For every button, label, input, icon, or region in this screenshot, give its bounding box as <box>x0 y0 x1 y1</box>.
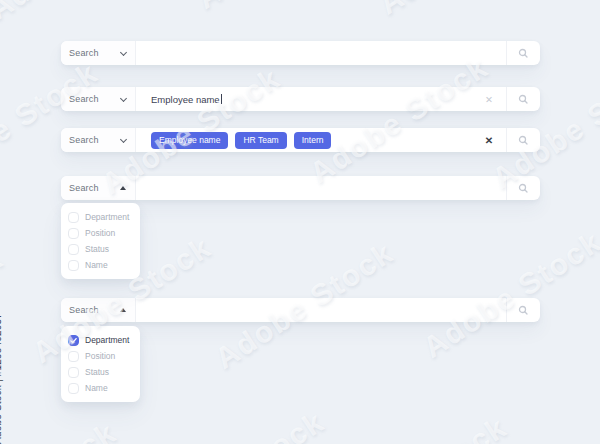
clear-all-button[interactable]: ✕ <box>472 128 506 152</box>
menu-item-position[interactable]: Position <box>68 348 130 364</box>
checkbox-unchecked-icon[interactable] <box>68 244 79 255</box>
search-category-dropdown[interactable]: Search <box>61 176 136 200</box>
watermark-text: Adobe Stock <box>304 50 495 190</box>
search-bar-typing: Search Employee name ✕ <box>61 87 540 111</box>
stock-credit-text: Adobe Stock | #1298402037 <box>0 313 3 444</box>
search-category-dropdown[interactable]: Search <box>61 298 136 322</box>
text-cursor <box>221 94 222 104</box>
menu-item-label: Status <box>85 367 109 377</box>
category-dropdown-menu: Department Position Status Name <box>61 326 140 402</box>
chevron-up-icon <box>120 308 126 312</box>
checkbox-unchecked-icon[interactable] <box>68 367 79 378</box>
checkbox-unchecked-icon[interactable] <box>68 383 79 394</box>
menu-item-label: Status <box>85 244 109 254</box>
search-icon <box>518 48 529 59</box>
search-input-value: Employee name <box>151 94 220 105</box>
menu-item-name[interactable]: Name <box>68 257 130 273</box>
watermark-text: Adobe Stock <box>486 55 600 195</box>
chevron-down-icon <box>120 94 127 101</box>
checkbox-unchecked-icon[interactable] <box>68 260 79 271</box>
filter-tag-intern[interactable]: Intern <box>294 132 332 149</box>
search-submit-button[interactable] <box>506 176 540 200</box>
watermark-text: Adobe Stock <box>190 0 381 16</box>
watermark-text: Adobe Stock <box>417 224 600 364</box>
search-input[interactable]: Employee name HR Team Intern <box>136 128 472 152</box>
checkbox-unchecked-icon[interactable] <box>68 228 79 239</box>
menu-item-label: Name <box>85 383 108 393</box>
search-category-label: Search <box>69 48 99 58</box>
checkbox-unchecked-icon[interactable] <box>68 351 79 362</box>
watermark-text: Adobe Stock <box>0 415 123 444</box>
chevron-up-icon <box>120 186 126 190</box>
checkbox-unchecked-icon[interactable] <box>68 212 79 223</box>
checkbox-checked-icon[interactable] <box>68 335 79 346</box>
watermark-text: Adobe Stock <box>0 241 9 381</box>
search-submit-button[interactable] <box>506 128 540 152</box>
chevron-down-icon <box>120 48 127 55</box>
search-icon <box>518 94 529 105</box>
search-category-label: Search <box>69 135 99 145</box>
search-category-label: Search <box>69 305 99 315</box>
search-category-dropdown[interactable]: Search <box>61 41 136 65</box>
filter-tag-hr-team[interactable]: HR Team <box>235 132 286 149</box>
search-icon <box>518 135 529 146</box>
menu-item-position[interactable]: Position <box>68 225 130 241</box>
search-submit-button[interactable] <box>506 298 540 322</box>
menu-item-label: Department <box>85 212 129 222</box>
watermark-text: Adobe Stock <box>0 0 173 27</box>
menu-item-name[interactable]: Name <box>68 380 130 396</box>
search-category-label: Search <box>69 94 99 104</box>
chevron-down-icon <box>120 135 127 142</box>
search-bar-dropdown-selected: Search <box>61 298 540 322</box>
search-category-label: Search <box>69 183 99 193</box>
search-category-dropdown[interactable]: Search <box>61 87 136 111</box>
search-input[interactable] <box>136 41 506 65</box>
search-icon <box>518 183 529 194</box>
menu-item-department[interactable]: Department <box>68 332 130 348</box>
clear-icon: ✕ <box>485 94 493 105</box>
watermark-text: Adobe Stock <box>322 410 513 444</box>
search-input[interactable]: Employee name <box>136 87 472 111</box>
search-submit-button[interactable] <box>506 41 540 65</box>
search-input[interactable] <box>136 298 506 322</box>
menu-item-label: Position <box>85 351 115 361</box>
category-dropdown-menu: Department Position Status Name <box>61 203 140 279</box>
search-bar-default: Search <box>61 41 540 65</box>
search-submit-button[interactable] <box>506 87 540 111</box>
filter-tag-employee-name[interactable]: Employee name <box>151 132 228 149</box>
check-icon <box>69 336 78 345</box>
menu-item-status[interactable]: Status <box>68 364 130 380</box>
clear-icon: ✕ <box>485 135 493 146</box>
search-bar-with-tags: Search Employee name HR Team Intern ✕ <box>61 128 540 152</box>
menu-item-label: Department <box>85 335 129 345</box>
menu-item-label: Position <box>85 228 115 238</box>
search-category-dropdown[interactable]: Search <box>61 128 136 152</box>
clear-input-button[interactable]: ✕ <box>472 87 506 111</box>
watermark-text: Adobe Stock <box>0 55 104 195</box>
menu-item-status[interactable]: Status <box>68 241 130 257</box>
menu-item-label: Name <box>85 260 108 270</box>
search-icon <box>518 305 529 316</box>
search-bar-dropdown-open: Search <box>61 176 540 200</box>
watermark-text: Adobe Stock <box>373 0 564 21</box>
watermark-text: Adobe Stock <box>140 404 331 444</box>
search-components-mockup: Search Search Employee name ✕ <box>0 0 600 444</box>
search-input[interactable] <box>136 176 506 200</box>
menu-item-department[interactable]: Department <box>68 209 130 225</box>
